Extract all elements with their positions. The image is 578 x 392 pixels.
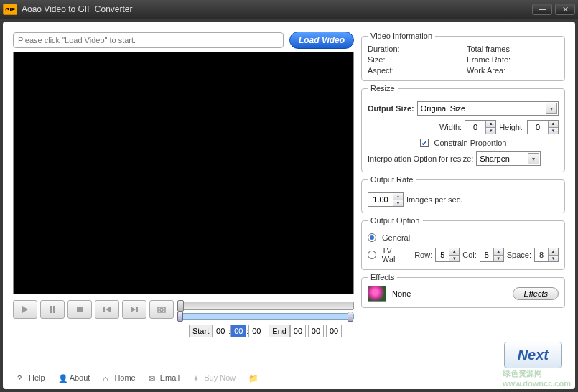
interp-combo[interactable]: Sharpen ▾ <box>476 151 541 166</box>
general-radio[interactable] <box>368 233 376 242</box>
effects-panel: Effects None Effects <box>361 273 565 308</box>
end-min[interactable]: 00 <box>308 325 324 337</box>
start-min[interactable]: 00 <box>230 325 246 337</box>
home-link[interactable]: ⌂Home <box>103 373 135 382</box>
end-sec[interactable]: 00 <box>326 325 342 337</box>
effect-value: None <box>392 289 411 298</box>
close-button[interactable]: ✕ <box>555 4 575 15</box>
height-input[interactable] <box>528 121 548 134</box>
svg-rect-2 <box>53 306 55 313</box>
about-link[interactable]: 👤About <box>58 373 90 382</box>
output-option-panel: Output Option General TV Wall Row: ▲▼ Co… <box>361 216 565 270</box>
interp-label: Interpolation Option for resize: <box>368 154 473 163</box>
resize-legend: Resize <box>368 84 398 93</box>
next-frame-button[interactable] <box>122 300 146 319</box>
footer-bar: ?Help 👤About ⌂Home ✉Email ★Buy Now 📁 <box>13 370 565 386</box>
chevron-down-icon: ▾ <box>528 153 539 164</box>
svg-rect-5 <box>136 307 138 312</box>
constrain-label: Constrain Proportion <box>434 139 507 147</box>
aspect-label: Aspect: <box>368 66 460 75</box>
width-spinner[interactable]: ▲▼ <box>465 120 496 134</box>
start-hour[interactable]: 00 <box>213 325 228 337</box>
row-spinner[interactable]: ▲▼ <box>435 248 460 262</box>
svg-point-7 <box>160 309 163 312</box>
playback-slider[interactable] <box>177 302 354 310</box>
folder-icon: 📁 <box>248 374 257 381</box>
row-input[interactable] <box>436 248 449 261</box>
load-video-button[interactable]: Load Video <box>289 32 354 49</box>
output-size-value: Original Size <box>421 104 465 113</box>
duration-label: Duration: <box>368 45 460 53</box>
snapshot-button[interactable] <box>149 300 174 319</box>
range-slider[interactable] <box>177 313 354 320</box>
size-label: Size: <box>368 55 460 64</box>
start-label: Start <box>189 325 213 337</box>
total-frames-label: Total frames: <box>467 45 559 53</box>
title-bar: GIF Aoao Video to GIF Converter ✕ <box>0 0 578 19</box>
general-label: General <box>382 233 410 242</box>
svg-rect-1 <box>50 306 52 313</box>
svg-rect-4 <box>103 307 105 312</box>
mail-icon: ✉ <box>149 374 157 381</box>
space-label: Space: <box>507 251 531 259</box>
help-icon: ? <box>17 374 26 381</box>
tvwall-radio[interactable] <box>368 251 376 259</box>
svg-rect-0 <box>539 9 546 10</box>
play-button[interactable] <box>13 300 37 319</box>
pause-button[interactable] <box>40 300 65 319</box>
email-link[interactable]: ✉Email <box>149 373 180 382</box>
prev-frame-button[interactable] <box>95 300 119 319</box>
col-label: Col: <box>462 251 477 259</box>
folder-link: 📁 <box>248 374 257 381</box>
video-path-input[interactable] <box>13 32 284 48</box>
output-size-combo[interactable]: Original Size ▾ <box>417 101 559 116</box>
constrain-checkbox[interactable]: ✔ <box>420 139 429 147</box>
next-button[interactable]: Next <box>504 342 562 368</box>
col-spinner[interactable]: ▲▼ <box>480 248 504 262</box>
start-time-group[interactable]: Start 00: 00: 00 <box>189 325 264 337</box>
video-preview <box>13 52 354 294</box>
end-label: End <box>269 325 290 337</box>
svg-rect-3 <box>77 307 83 312</box>
person-icon: 👤 <box>58 374 67 381</box>
chevron-down-icon: ▾ <box>546 103 557 114</box>
rate-spinner[interactable]: ▲▼ <box>368 192 404 207</box>
width-input[interactable] <box>465 121 485 134</box>
rate-input[interactable] <box>368 193 393 206</box>
space-spinner[interactable]: ▲▼ <box>534 248 559 262</box>
tvwall-label: TV Wall <box>382 246 409 263</box>
interp-value: Sharpen <box>480 154 510 163</box>
height-spinner[interactable]: ▲▼ <box>527 120 559 134</box>
space-input[interactable] <box>535 248 548 261</box>
help-link[interactable]: ?Help <box>17 373 45 382</box>
video-info-legend: Video Information <box>368 32 435 40</box>
effects-legend: Effects <box>368 273 397 281</box>
width-label: Width: <box>439 123 462 131</box>
resize-panel: Resize Output Size: Original Size ▾ Widt… <box>361 84 565 172</box>
rate-unit: Images per sec. <box>406 195 462 204</box>
cart-icon: ★ <box>192 374 201 381</box>
minimize-button[interactable] <box>532 4 552 15</box>
effects-button[interactable]: Effects <box>513 287 559 300</box>
height-label: Height: <box>499 123 524 131</box>
output-size-label: Output Size: <box>368 104 414 113</box>
output-rate-legend: Output Rate <box>368 175 416 184</box>
frame-rate-label: Frame Rate: <box>467 55 559 64</box>
output-option-legend: Output Option <box>368 216 423 225</box>
effect-thumbnail <box>368 286 386 302</box>
output-rate-panel: Output Rate ▲▼ Images per sec. <box>361 175 565 213</box>
app-title: Aoao Video to GIF Converter <box>22 4 532 14</box>
home-icon: ⌂ <box>103 374 111 381</box>
col-input[interactable] <box>480 248 493 261</box>
buy-link: ★Buy Now <box>192 373 236 382</box>
end-hour[interactable]: 00 <box>290 325 306 337</box>
video-info-panel: Video Information Duration: Total frames… <box>361 32 565 81</box>
stop-button[interactable] <box>67 300 92 319</box>
end-time-group[interactable]: End 00: 00: 00 <box>269 325 342 337</box>
work-area-label: Work Area: <box>467 66 559 75</box>
row-label: Row: <box>414 251 432 259</box>
start-sec[interactable]: 00 <box>248 325 264 337</box>
app-icon: GIF <box>3 4 17 15</box>
